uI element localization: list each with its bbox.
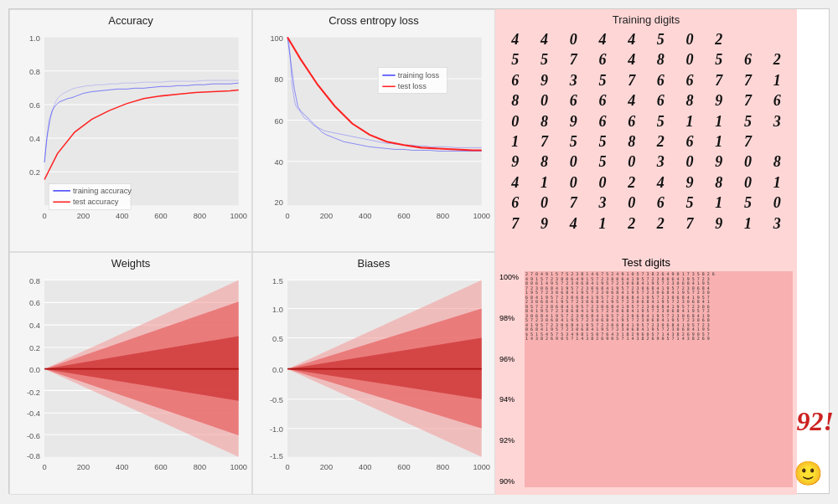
- svg-text:0.0: 0.0: [29, 366, 40, 374]
- digit: 5: [647, 30, 675, 49]
- svg-text:0.2: 0.2: [29, 344, 40, 352]
- digit: 6: [559, 91, 587, 111]
- digit: 8: [501, 91, 530, 111]
- digit: 9: [530, 71, 559, 90]
- digit: 6: [501, 193, 530, 213]
- digit: 1: [763, 71, 791, 90]
- accuracy-svg: 1.0 0.8 0.6 0.4 0.2 0 200 400 600 800 10…: [14, 28, 247, 244]
- cross-entropy-title: Cross entropy loss: [257, 14, 490, 27]
- digit: 2: [705, 30, 733, 49]
- biases-chart-area: 1.5 1.0 0.5 0.0 -0.5 -1.0 -1.5 0 200 400…: [257, 271, 490, 487]
- svg-text:600: 600: [397, 463, 410, 471]
- test-digits-title: Test digits: [499, 256, 793, 269]
- digit: 7: [675, 214, 704, 234]
- svg-text:400: 400: [359, 212, 371, 220]
- training-digits-grid: 4 4 0 4 4 5 0 2 5 5 7 6 4 8 0 5 6 2 6 9 …: [499, 28, 793, 235]
- digit: 0: [530, 193, 559, 213]
- digit: 9: [675, 173, 704, 193]
- svg-text:1000: 1000: [473, 463, 490, 471]
- digit: 0: [734, 152, 763, 172]
- digit: 0: [675, 152, 704, 172]
- y-label: 92%: [499, 436, 525, 445]
- svg-text:test loss: test loss: [398, 82, 427, 90]
- digit: 5: [705, 50, 733, 69]
- digit: 4: [618, 91, 646, 111]
- svg-text:0.6: 0.6: [29, 101, 40, 110]
- svg-text:0: 0: [285, 463, 289, 471]
- training-digits-title: Training digits: [499, 13, 793, 26]
- y-label: 98%: [499, 314, 525, 322]
- cross-entropy-svg: 100 80 60 40 20 0 200 400 600 800 1000: [257, 28, 490, 244]
- digit: 1: [763, 173, 791, 193]
- test-digits-inner: 2 7 0 4 9 1 5 7 5 2 3 8 1 4 6 7 5 2 4 9 …: [525, 271, 793, 487]
- svg-text:20: 20: [275, 198, 283, 207]
- svg-text:-0.4: -0.4: [27, 409, 40, 418]
- main-dashboard: Accuracy 1.0 0.8 0.6 0.4 0.2 0 200 400: [8, 8, 830, 494]
- digit: 4: [618, 50, 646, 69]
- digit: 1: [501, 132, 530, 152]
- digit: 9: [705, 91, 733, 111]
- digit: 0: [618, 152, 646, 172]
- digit: 4: [559, 214, 587, 234]
- svg-text:0.2: 0.2: [29, 168, 40, 177]
- digit: 0: [530, 91, 559, 111]
- digit: [763, 30, 791, 49]
- digit: 5: [559, 132, 587, 152]
- svg-text:100: 100: [270, 34, 282, 43]
- digit: 6: [675, 132, 704, 152]
- digit: 6: [588, 112, 617, 131]
- digit: 1: [705, 112, 733, 131]
- digit: [763, 132, 791, 152]
- digit: 6: [647, 193, 675, 213]
- svg-text:1000: 1000: [230, 463, 247, 471]
- digit: 9: [501, 152, 530, 172]
- digit: 7: [559, 50, 587, 69]
- digit: 7: [705, 71, 733, 90]
- digit: 8: [618, 132, 646, 152]
- digit: 0: [559, 30, 587, 49]
- svg-text:0: 0: [285, 212, 289, 220]
- svg-text:-1.0: -1.0: [270, 425, 283, 434]
- digit: 0: [734, 173, 763, 193]
- svg-text:0: 0: [42, 463, 46, 471]
- digit: 5: [588, 71, 617, 90]
- svg-text:training accuracy: training accuracy: [73, 187, 132, 195]
- digit: 2: [618, 173, 646, 193]
- svg-text:600: 600: [397, 212, 410, 220]
- digit: 0: [618, 193, 646, 213]
- digit: 6: [647, 91, 675, 111]
- weights-svg: 0.8 0.6 0.4 0.2 0.0 -0.2 -0.4 -0.6 -0.8 …: [14, 271, 247, 487]
- digit: 5: [530, 50, 559, 69]
- digit: 8: [705, 173, 733, 193]
- svg-text:40: 40: [275, 158, 283, 167]
- digit: 3: [763, 214, 791, 234]
- svg-text:200: 200: [320, 463, 333, 471]
- digit: 7: [501, 214, 530, 234]
- digit: 9: [705, 152, 733, 172]
- digit: 6: [647, 71, 675, 90]
- digit: 8: [647, 50, 675, 69]
- svg-text:1.0: 1.0: [29, 34, 40, 43]
- cross-entropy-panel: Cross entropy loss 100 80 60 40 20 0 200…: [252, 9, 495, 252]
- digit: 1: [530, 173, 559, 193]
- svg-rect-0: [44, 38, 239, 206]
- digit: 2: [763, 50, 791, 69]
- svg-text:test accuracy: test accuracy: [73, 198, 119, 206]
- y-label: 100%: [499, 273, 525, 281]
- smile-annotation: 🙂: [794, 460, 823, 487]
- digit: 7: [734, 71, 763, 90]
- svg-text:200: 200: [77, 212, 90, 220]
- svg-text:0.6: 0.6: [29, 299, 40, 307]
- digit: 0: [559, 152, 587, 172]
- weights-title: Weights: [14, 257, 247, 270]
- test-digits-panel: Test digits 100% 98% 96% 94% 92% 90% 2 7…: [495, 252, 797, 495]
- digit: 5: [501, 50, 530, 69]
- svg-text:400: 400: [359, 463, 371, 471]
- svg-text:1000: 1000: [230, 212, 247, 220]
- digit: 6: [588, 91, 617, 111]
- accuracy-title: Accuracy: [14, 14, 247, 27]
- svg-text:200: 200: [320, 212, 333, 220]
- training-digits-panel: Training digits 4 4 0 4 4 5 0 2 5 5 7 6 …: [495, 9, 797, 252]
- digit: 5: [675, 193, 704, 213]
- svg-text:800: 800: [437, 212, 449, 220]
